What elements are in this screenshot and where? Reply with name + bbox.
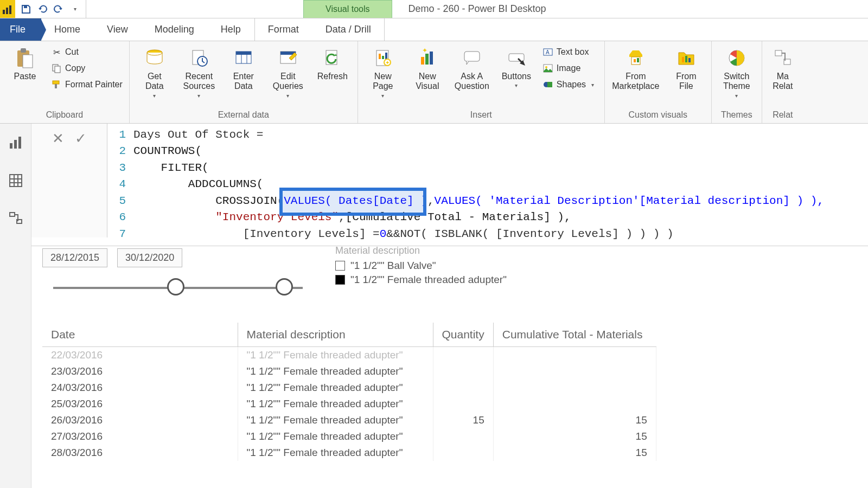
report-view-icon[interactable] [8, 134, 24, 151]
enter-data-button[interactable]: Enter Data [223, 44, 264, 92]
svg-rect-10 [55, 84, 57, 88]
slider-handle-from[interactable] [167, 278, 184, 296]
get-data-button[interactable]: Get Data▾ [134, 44, 175, 99]
table-cell: 22/03/2016 [42, 347, 238, 364]
date-from-input[interactable]: 28/12/2015 [42, 248, 107, 267]
table-cell: 27/03/2016 [42, 428, 238, 445]
from-file-button[interactable]: From File [666, 44, 707, 92]
shapes-button[interactable]: Shapes▾ [540, 78, 600, 91]
ask-question-button[interactable]: Ask A Question [451, 44, 493, 92]
formula-bar: ✕ ✓ 1Days Out Of Stock = 2COUNTROWS( 3 F… [31, 124, 868, 246]
formula-line: VALUES( 'Material Description'[Material … [435, 193, 824, 209]
table-row[interactable]: 26/03/2016"1 1/2"" Female threaded adupt… [42, 412, 656, 428]
data-table[interactable]: DateMaterial descriptionQuantityCumulati… [42, 323, 656, 461]
formula-commit-icon[interactable]: ✓ [75, 130, 87, 147]
textbox-button[interactable]: AText box [540, 46, 600, 59]
formula-line: CROSSJOIN( [215, 193, 284, 209]
cut-button[interactable]: ✂Cut [49, 46, 125, 59]
column-header[interactable]: Cumulative Total - Materials [493, 323, 656, 347]
paste-button[interactable]: Paste [4, 44, 46, 81]
tab-modeling[interactable]: Modeling [142, 18, 208, 41]
from-marketplace-button[interactable]: From Marketplace [609, 44, 662, 92]
window-title: Demo - 260 - Power BI Desktop [392, 0, 868, 18]
legend: Material description "1 1/2"" Ball Valve… [335, 245, 507, 286]
undo-icon[interactable] [37, 4, 48, 15]
svg-rect-51 [18, 137, 21, 149]
recent-sources-button[interactable]: Recent Sources▾ [178, 44, 220, 99]
copy-button[interactable]: Copy [49, 62, 125, 75]
column-header[interactable]: Date [42, 323, 238, 347]
svg-rect-43 [682, 57, 684, 62]
formula-editor[interactable]: 1Days Out Of Stock = 2COUNTROWS( 3 FILTE… [107, 124, 868, 246]
svg-rect-16 [236, 52, 251, 55]
table-cell: 23/03/2016 [42, 363, 238, 380]
table-row[interactable]: 24/03/2016"1 1/2"" Female threaded adupt… [42, 380, 656, 396]
refresh-icon [320, 47, 345, 69]
formula-line: 0 [380, 226, 387, 242]
buttons-button[interactable]: Buttons▾ [496, 44, 537, 88]
formula-line: NOT( ISBLANK( [Inventory Levels] ) ) ) ) [400, 226, 674, 242]
tab-format[interactable]: Format [254, 18, 312, 41]
column-header[interactable]: Quantity [433, 323, 493, 347]
date-to-input[interactable]: 30/12/2020 [117, 248, 182, 267]
new-page-button[interactable]: ✦New Page▾ [362, 44, 404, 99]
table-cell: "1 1/2"" Female threaded adupter" [238, 428, 433, 445]
manage-relationships-button[interactable]: Ma Relat [767, 44, 799, 92]
format-painter-button[interactable]: Format Painter [49, 78, 125, 91]
legend-swatch [335, 275, 345, 285]
enter-data-label: Enter Data [233, 72, 254, 92]
save-icon[interactable] [21, 4, 31, 15]
legend-item[interactable]: "1 1/2"" Female threaded adupter" [335, 274, 507, 286]
edit-queries-button[interactable]: Edit Queries▾ [267, 44, 309, 99]
svg-rect-49 [10, 143, 12, 149]
table-cell [433, 363, 493, 380]
image-button[interactable]: Image [540, 62, 600, 75]
paste-label: Paste [14, 72, 36, 81]
ribbon-group-custom-visuals: From Marketplace From File Custom visual… [605, 41, 712, 123]
textbox-label: Text box [557, 47, 589, 57]
slider-handle-to[interactable] [276, 278, 293, 296]
qat-dropdown-icon[interactable]: ▾ [69, 4, 80, 15]
svg-rect-30 [430, 52, 433, 65]
model-view-icon[interactable] [8, 210, 24, 227]
formula-cancel-icon[interactable]: ✕ [52, 130, 64, 147]
tab-data-drill[interactable]: Data / Drill [312, 18, 385, 41]
new-visual-label: New Visual [416, 72, 439, 92]
date-slicer[interactable]: 28/12/2015 30/12/2020 [42, 248, 303, 299]
refresh-button[interactable]: Refresh [312, 44, 353, 81]
tab-help[interactable]: Help [208, 18, 254, 41]
formula-line: Days Out Of Stock = [133, 127, 263, 143]
tab-file[interactable]: File [0, 18, 41, 41]
table-cell: 15 [493, 445, 656, 461]
report-canvas: ✕ ✓ 1Days Out Of Stock = 2COUNTROWS( 3 F… [31, 124, 868, 488]
switch-theme-icon [724, 47, 749, 69]
formula-line: , [427, 193, 435, 209]
tab-view[interactable]: View [94, 18, 142, 41]
table-row[interactable]: 25/03/2016"1 1/2"" Female threaded adupt… [42, 396, 656, 412]
data-view-icon[interactable] [8, 172, 24, 189]
table-row[interactable]: 23/03/2016"1 1/2"" Female threaded adupt… [42, 363, 656, 380]
redo-icon[interactable] [53, 4, 64, 15]
tab-home[interactable]: Home [41, 18, 94, 41]
svg-rect-1 [6, 8, 8, 14]
svg-text:✦: ✦ [385, 60, 390, 66]
legend-item[interactable]: "1 1/2"" Ball Valve" [335, 260, 507, 272]
svg-rect-5 [21, 48, 26, 53]
group-label-insert: Insert [362, 108, 600, 123]
column-header[interactable]: Material description [238, 323, 433, 347]
switch-theme-button[interactable]: Switch Theme▾ [716, 44, 757, 99]
edit-queries-label: Edit Queries [273, 72, 303, 92]
ribbon-group-external-data: Get Data▾ Recent Sources▾ Enter Data Edi… [130, 41, 358, 123]
table-cell: "1 1/2"" Female threaded adupter" [238, 396, 433, 412]
table-row[interactable]: 27/03/2016"1 1/2"" Female threaded adupt… [42, 428, 656, 445]
table-cell: 15 [493, 428, 656, 445]
new-visual-button[interactable]: ✦New Visual [407, 44, 448, 92]
table-row[interactable]: 28/03/2016"1 1/2"" Female threaded adupt… [42, 445, 656, 461]
date-slider[interactable] [53, 277, 303, 299]
formula-line: COUNTROWS( [133, 143, 202, 159]
table-cell: 15 [433, 412, 493, 428]
table-cell: 26/03/2016 [42, 412, 238, 428]
table-row[interactable]: 22/03/2016"1 1/2"" Female threaded adupt… [42, 347, 656, 364]
group-label-relationships: Relat [767, 108, 799, 123]
legend-title: Material description [335, 245, 507, 256]
